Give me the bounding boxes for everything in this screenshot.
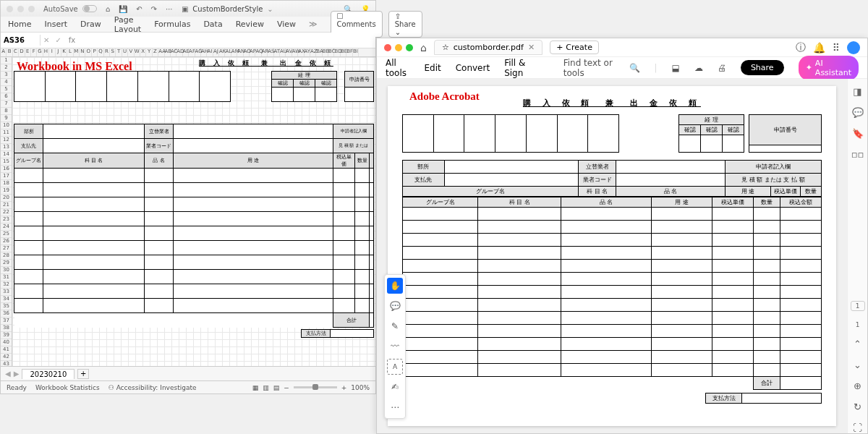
sheet-tab-active[interactable]: 20230210 [22,369,75,379]
floating-toolbar: ✋ 💬 ✎ 〰 A ✍ ⋯ [384,274,406,419]
sheet-canvas[interactable]: Workbook in MS Excel 購 入 依 頼 兼 出 金 依 頼 経… [12,57,375,366]
ribbon-home[interactable]: Home [8,20,31,29]
tab-nav-prev-icon[interactable]: ▶ [14,370,20,378]
text-tool-icon[interactable]: A [387,359,403,375]
form-title: 購 入 依 頼 兼 出 金 依 頼 [14,59,374,68]
view-normal-icon[interactable]: ▦ [252,384,259,391]
hand-tool-icon[interactable]: ✋ [387,278,403,294]
help-icon[interactable]: ⓘ [796,41,806,54]
overlay-label-acrobat: Adobe Acrobat [409,90,480,103]
window-zoom[interactable] [28,6,35,12]
excel-grid[interactable]: ABCDEFGHIJKLMNOPQRSTUVWXYZAAABACADAEAFAG… [1,48,375,366]
chat-icon[interactable]: 💬 [852,107,864,118]
create-button[interactable]: + Create [550,41,599,54]
toolbar-all-tools[interactable]: All tools [386,58,409,78]
window-controls [384,44,413,51]
status-stats[interactable]: Workbook Statistics [35,384,100,391]
fx-label[interactable]: fx [64,36,80,44]
tab-nav-first-icon[interactable]: ◀ [5,370,11,378]
panel-icon[interactable]: ◨ [853,86,861,97]
document-tab[interactable]: ☆ customborder.pdf ✕ [434,40,542,55]
window-zoom[interactable] [406,44,413,51]
share-button[interactable]: ⇪ Share ⌄ [388,11,422,38]
zoom-level[interactable]: 100% [351,384,370,391]
window-close[interactable] [7,6,13,12]
toolbar-convert[interactable]: Convert [456,63,490,73]
ribbon-page-layout[interactable]: Page Layout [114,15,141,34]
autosave-label: AutoSave [43,5,78,13]
sheet-tabs: ◀ ▶ 20230210 + [1,366,375,380]
ribbon-view[interactable]: View [277,20,296,29]
ribbon-review[interactable]: Review [236,20,264,29]
toolbar-edit[interactable]: Edit [424,63,441,73]
bookmark-icon[interactable]: 🔖 [852,128,864,139]
undo-icon[interactable]: ↶ [136,5,142,13]
fit-icon[interactable]: ⛶ [853,422,862,433]
window-minimize[interactable] [17,6,24,12]
doc-icon: ▣ [182,5,188,13]
enter-icon[interactable]: ✓ [52,36,64,44]
close-tab-icon[interactable]: ✕ [528,43,535,52]
view-break-icon[interactable]: ▤ [273,384,280,391]
print-icon[interactable]: 🖨 [718,63,726,73]
comment-tool-icon[interactable]: 💬 [387,298,403,314]
home-icon[interactable]: ⌂ [420,42,427,54]
view-page-icon[interactable]: ▥ [263,384,269,391]
ribbon-draw[interactable]: Draw [80,20,101,29]
zoom-in-icon[interactable]: + [341,384,347,391]
status-accessibility[interactable]: ⚇ Accessibility: Investigate [109,384,197,391]
ribbon-more-icon[interactable]: ≫ [309,20,318,29]
ribbon-formulas[interactable]: Formulas [154,20,190,29]
autosave-toggle[interactable] [82,5,97,12]
cloud-icon[interactable]: ☁ [694,63,703,73]
zoom-icon[interactable]: ⊕ [854,380,861,391]
save-icon[interactable]: ⬓ [672,63,680,73]
excel-status-bar: Ready Workbook Statistics ⚇ Accessibilit… [1,380,375,393]
find-label: Find text or tools [563,58,615,78]
name-box[interactable]: AS36 [1,35,41,46]
add-sheet-button[interactable]: + [77,369,89,379]
draw-tool-icon[interactable]: 〰 [387,339,403,354]
ai-assistant-button[interactable]: ✦AI Assistant [799,56,859,80]
ribbon-insert[interactable]: Insert [44,20,67,29]
document-name[interactable]: CustomBorderStyle [192,5,263,13]
sign-tool-icon[interactable]: ✍ [387,379,403,395]
avatar[interactable] [847,41,860,54]
highlight-tool-icon[interactable]: ✎ [387,318,403,334]
acrobat-titlebar: ⌂ ☆ customborder.pdf ✕ + Create ⓘ 🔔 ⠿ [377,38,867,57]
acrobat-window: ⌂ ☆ customborder.pdf ✕ + Create ⓘ 🔔 ⠿ Al… [376,38,868,434]
search-icon[interactable]: 🔍 [629,63,640,73]
page-input[interactable]: 1 [851,301,865,311]
zoom-slider[interactable] [294,386,337,388]
formula-bar: AS36 ✕ ✓ fx [1,33,375,48]
pages-icon[interactable]: ▫▫ [851,149,864,160]
column-headers[interactable]: ABCDEFGHIJKLMNOPQRSTUVWXYZAAABACADAEAFAG… [1,48,375,57]
acrobat-toolbar: All tools Edit Convert Fill & Sign Find … [377,57,867,79]
ribbon-data[interactable]: Data [203,20,222,29]
plus-icon: + [556,43,563,52]
row-headers[interactable]: 1234567891011121314151617181920212223242… [1,57,12,366]
tab-title: customborder.pdf [454,43,524,52]
window-minimize[interactable] [395,44,402,51]
apps-icon[interactable]: ⠿ [833,42,840,54]
rotate-icon[interactable]: ↻ [854,401,861,412]
share-button[interactable]: Share [741,60,784,75]
toolbar-fill-sign[interactable]: Fill & Sign [504,58,535,78]
right-rail: ◨ 💬 🔖 ▫▫ 1 1 ⌃ ⌄ ⊕ ↻ ⛶ [847,79,867,433]
redo-icon[interactable]: ↷ [151,5,157,13]
cancel-icon[interactable]: ✕ [41,36,52,44]
more-icon[interactable]: ⋯ [166,5,173,13]
save-icon[interactable]: 💾 [119,5,127,13]
bell-icon[interactable]: 🔔 [813,42,825,54]
star-icon[interactable]: ☆ [442,43,449,52]
window-close[interactable] [384,44,391,51]
chevron-up-icon[interactable]: ⌃ [854,339,861,349]
excel-window: AutoSave ⌂ 💾 ↶ ↷ ⋯ ▣ CustomBorderStyle ⌄… [0,0,376,394]
page-total: 1 [856,321,860,328]
home-icon[interactable]: ⌂ [106,5,110,13]
document-viewport[interactable]: Adobe Acrobat 購 入 依 頼 兼 出 金 依 頼 経 理確認確認確… [377,79,847,433]
more-tools-icon[interactable]: ⋯ [387,399,403,415]
form-main-table: 部所立替業者申請者記入欄 支払先業者コード見 積 額 または グループ名科 目 … [14,124,374,328]
chevron-down-icon[interactable]: ⌄ [854,359,861,370]
zoom-out-icon[interactable]: − [284,384,289,391]
